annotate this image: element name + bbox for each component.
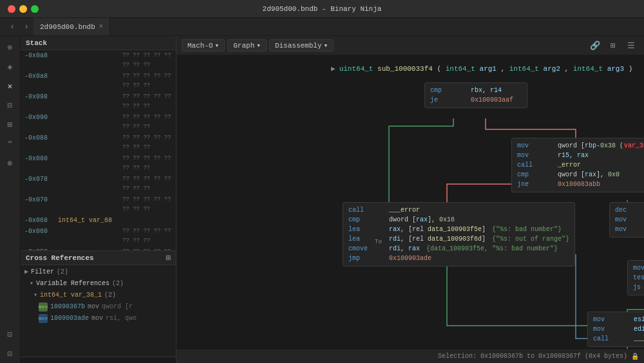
link-icon-button[interactable]: 🔗 [587, 38, 603, 53]
file-tab[interactable]: 2d905d00.bndb × [33, 18, 110, 35]
maximize-button[interactable] [31, 5, 39, 13]
sidebar-icon-layers[interactable]: ⊞ [1, 116, 19, 134]
sidebar-icon-search[interactable]: ⊕ [1, 39, 19, 57]
stack-row[interactable]: -0x068int64_t var_68 [21, 215, 176, 226]
func-arrow: ▶ [331, 64, 336, 73]
graph-menu-button[interactable]: Graph ▾ [227, 39, 267, 51]
xrefs-leaf-1[interactable]: mov10090367bmov qword [r [21, 301, 176, 313]
asm-block-2: mov qword [rbp-0x38 (var_38_1)], r14 mov… [511, 138, 644, 192]
status-text: Selection: 0x10000367b to 0x10000367f (0… [438, 353, 627, 360]
asm-row: call ___maskrune [593, 334, 644, 344]
statusbar: Selection: 0x10000367b to 0x10000367f (0… [176, 349, 644, 363]
xrefs-header: Cross References ⊞ [21, 251, 176, 265]
sidebar-icon-nav[interactable]: ◈ [1, 58, 19, 76]
sidebar-icon-stack[interactable]: ✕ [1, 77, 19, 95]
disassembly-menu-button[interactable]: Disassembly ▾ [269, 39, 334, 51]
stack-header: Stack [21, 36, 176, 50]
nav-forward-button[interactable]: › [19, 18, 33, 36]
stack-row[interactable]: -0x070?? ?? ?? ?? ?? ?? ?? ?? [21, 194, 176, 215]
asm-row: dec rbx [615, 205, 644, 215]
stack-row[interactable]: -0x090?? ?? ?? ?? ?? ?? ?? ?? [21, 112, 176, 133]
macho-menu-button[interactable]: Mach-O ▾ [182, 39, 225, 51]
traffic-lights [8, 5, 39, 13]
asm-row: mov qword [rbp-0x38 (var_38_1)], r14 [517, 141, 644, 151]
asm-row: test r12b, r12b [633, 273, 644, 283]
xrefs-content: ▶Filter(2)▾Variable References(2)▾int64_… [21, 265, 176, 357]
xrefs-section: Cross References ⊞ ▶Filter(2)▾Variable R… [21, 250, 176, 363]
stack-row[interactable]: -0x078?? ?? ?? ?? ?? ?? ?? ?? [21, 174, 176, 194]
asm-row: mov r15, rax [517, 151, 644, 160]
asm-block-5: movzx r12d, byte [rbx+0x1] test r12b, r1… [627, 260, 644, 295]
asm-row: mov edi, r12d [593, 324, 644, 334]
tab-label: 2d905d00.bndb [40, 23, 95, 31]
func-header: ▶ uint64_t sub_1000033f4 ( int64_t arg1 … [331, 64, 632, 73]
sidebar-icon-debug[interactable]: ⊟ [1, 97, 19, 115]
asm-row: js 0x1009036b4 [633, 283, 644, 292]
xrefs-filter-item[interactable]: ▶Filter(2) [21, 266, 176, 278]
stack-section: Stack -0x0a8?? ?? ?? ?? ?? ?? ?? ??-0x0a… [21, 36, 176, 250]
to-label: To [375, 239, 382, 245]
stack-table[interactable]: -0x0a8?? ?? ?? ?? ?? ?? ?? ??-0x0a8?? ??… [21, 50, 176, 250]
asm-block-3: call ___error cmp dword [rax], 0x16 lea … [343, 202, 575, 266]
asm-block-1: cmp rbx, r14 je 0x100903aaf [424, 82, 527, 108]
sidebar-icon-quotes[interactable]: ❝ [1, 135, 19, 153]
toolbar: Mach-O ▾ Graph ▾ Disassembly ▾ 🔗 ⊞ ☰ [176, 36, 644, 55]
xrefs-var-subgroup[interactable]: ▾int64_t var_38_1(2) [21, 290, 176, 301]
sidebar-icon-tag[interactable]: ⊛ [1, 154, 19, 172]
asm-row: cmove rdi, rax {data_100903f5e, "%s: bad… [348, 244, 569, 254]
asm-row: movzx r12d, byte [rbx+0x1] [633, 263, 644, 273]
graph-area[interactable]: ▶ uint64_t sub_1000033f4 ( int64_t arg1 … [176, 55, 644, 363]
asm-row: jne 0x100083abb [517, 180, 644, 189]
xrefs-title: Cross References [26, 254, 94, 262]
asm-row: cmp qword [rax], 0x0 [517, 170, 644, 180]
asm-row: mov r13, qword [rel __DefaultRuneLocale] [615, 215, 644, 225]
stack-row[interactable]: -0x0a8?? ?? ?? ?? ?? ?? ?? ?? [21, 50, 176, 71]
asm-row: lea rax, [rel data_100903f5e] {"%s: bad … [348, 225, 569, 234]
asm-block-6: mov esi, 0x4080 mov edi, r12d call ___ma… [587, 312, 644, 347]
sidebar-icon-bottom2[interactable]: ⊡ [1, 345, 19, 363]
func-signature: uint64_t sub_1000033f4 ( int64_t arg1 , … [339, 65, 633, 73]
stack-row[interactable]: -0x060?? ?? ?? ?? ?? ?? ?? ?? [21, 226, 176, 247]
lock-icon: 🔒 [631, 353, 639, 360]
sidebar-icon-bottom1[interactable]: ⊡ [1, 326, 19, 344]
settings-icon-button[interactable]: ☰ [623, 38, 639, 53]
toolbar-right: 🔗 ⊞ ☰ [587, 38, 639, 53]
window-title: 2d905d00.bndb - Binary Ninja [263, 5, 382, 13]
asm-row: call ___error [348, 205, 569, 215]
stack-row[interactable]: -0x080?? ?? ?? ?? ?? ?? ?? ?? [21, 153, 176, 174]
sidebar-icons: ⊕ ◈ ✕ ⊟ ⊞ ❝ ⊛ ⊡ ⊡ [0, 36, 21, 363]
layout-icon-button[interactable]: ⊞ [605, 38, 621, 53]
asm-row: mov esi, 0x4080 [593, 315, 644, 324]
asm-row: cmp dword [rax], 0x16 [348, 215, 569, 225]
titlebar: 2d905d00.bndb - Binary Ninja [0, 0, 644, 18]
asm-row: call _error [517, 160, 644, 170]
tab-close-button[interactable]: × [99, 23, 103, 30]
asm-row: jmp 0x100903ade [348, 254, 569, 263]
asm-block-4: dec rbx mov r13, qword [rel __DefaultRun… [609, 202, 644, 237]
nav-back-button[interactable]: ‹ [5, 18, 19, 36]
xrefs-var-group[interactable]: ▾Variable References(2) [21, 278, 176, 290]
asm-row: je 0x100903aaf [430, 95, 522, 105]
stack-row[interactable]: -0x098?? ?? ?? ?? ?? ?? ?? ?? [21, 91, 176, 112]
stack-row[interactable]: -0x0a8?? ?? ?? ?? ?? ?? ?? ?? [21, 71, 176, 91]
xrefs-leaf-2[interactable]: mov1009003ademov rsi, qwo [21, 313, 176, 324]
graph-canvas: ▶ uint64_t sub_1000033f4 ( int64_t arg1 … [176, 55, 644, 349]
asm-row: cmp rbx, r14 [430, 86, 522, 95]
xrefs-icon[interactable]: ⊞ [166, 253, 171, 263]
asm-row: mov r14d, 0x4080 [615, 225, 644, 234]
main-layout: ⊕ ◈ ✕ ⊟ ⊞ ❝ ⊛ ⊡ ⊡ Stack -0x0a8?? ?? ?? ?… [0, 36, 644, 363]
horizontal-scrollbar[interactable] [21, 357, 176, 363]
left-panel: Stack -0x0a8?? ?? ?? ?? ?? ?? ?? ??-0x0a… [21, 36, 176, 363]
stack-row[interactable]: -0x088?? ?? ?? ?? ?? ?? ?? ?? [21, 133, 176, 153]
tabbar: ‹ › 2d905d00.bndb × [0, 18, 644, 36]
minimize-button[interactable] [19, 5, 27, 13]
close-button[interactable] [8, 5, 15, 13]
